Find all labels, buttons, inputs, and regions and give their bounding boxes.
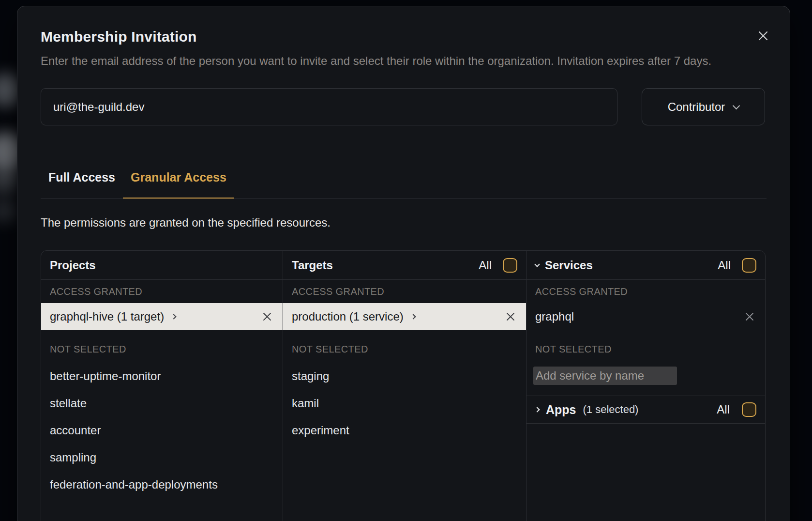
project-option[interactable]: sampling — [41, 444, 283, 471]
projects-header-label: Projects — [50, 259, 96, 272]
granted-project-name: graphql-hive (1 target) — [50, 310, 164, 323]
targets-all-checkbox[interactable] — [503, 258, 517, 273]
services-column-header: Services All — [526, 251, 765, 280]
targets-all-label: All — [479, 259, 492, 272]
projects-column: Projects ACCESS GRANTED graphql-hive (1 … — [41, 251, 283, 521]
access-tabs: Full Access Granular Access — [41, 170, 767, 199]
project-option[interactable]: better-uptime-monitor — [41, 363, 283, 390]
target-option[interactable]: experiment — [283, 417, 526, 444]
granted-service-name: graphql — [535, 310, 574, 323]
tab-full-access[interactable]: Full Access — [41, 170, 123, 199]
targets-header-label: Targets — [292, 259, 333, 272]
role-select-value: Contributor — [668, 100, 725, 114]
invite-form-row: Contributor — [41, 88, 767, 125]
add-service-input[interactable] — [533, 367, 677, 385]
granted-target-row[interactable]: production (1 service) — [283, 303, 526, 330]
tab-granular-access[interactable]: Granular Access — [123, 170, 234, 199]
access-granted-label: ACCESS GRANTED — [283, 280, 526, 303]
dialog-title: Membership Invitation — [41, 29, 767, 45]
apps-label: Apps — [546, 403, 576, 417]
remove-project-button[interactable] — [260, 310, 274, 323]
apps-all-label: All — [717, 403, 730, 416]
chevron-right-icon — [410, 314, 416, 319]
granted-target-name: production (1 service) — [292, 310, 404, 323]
remove-icon — [505, 311, 516, 322]
services-header-label: Services — [545, 259, 593, 272]
target-option[interactable]: staging — [283, 363, 526, 390]
granted-project-row[interactable]: graphql-hive (1 target) — [41, 303, 283, 330]
not-selected-label: NOT SELECTED — [41, 336, 283, 363]
access-granted-label: ACCESS GRANTED — [41, 280, 283, 303]
backdrop-artifact — [0, 167, 19, 194]
apps-selected-count: (1 selected) — [583, 403, 639, 416]
project-option[interactable]: federation-and-app-deployments — [41, 471, 283, 498]
apps-all-checkbox[interactable] — [742, 402, 756, 417]
backdrop-artifact — [0, 199, 18, 223]
chevron-down-icon — [733, 102, 740, 110]
chevron-down-icon[interactable] — [534, 261, 540, 267]
chevron-right-icon — [171, 314, 176, 319]
chevron-right-icon — [534, 407, 540, 412]
projects-column-header: Projects — [41, 251, 283, 280]
services-all-label: All — [718, 259, 731, 272]
project-option[interactable]: stellate — [41, 390, 283, 417]
remove-service-button[interactable] — [743, 310, 756, 323]
services-column: Services All ACCESS GRANTED graphql NOT … — [526, 251, 765, 521]
email-input[interactable] — [41, 88, 617, 125]
remove-target-button[interactable] — [504, 310, 517, 323]
permissions-note: The permissions are granted on the speci… — [41, 216, 767, 230]
resource-permission-table: Projects ACCESS GRANTED graphql-hive (1 … — [41, 250, 766, 521]
target-option[interactable]: kamil — [283, 390, 526, 417]
dialog-description: Enter the email address of the person yo… — [41, 52, 720, 70]
targets-column-header: Targets All — [283, 251, 526, 280]
close-button[interactable] — [755, 28, 771, 44]
remove-icon — [744, 311, 755, 322]
access-granted-label: ACCESS GRANTED — [526, 280, 765, 303]
project-option[interactable]: accounter — [41, 417, 283, 444]
services-all-checkbox[interactable] — [742, 258, 756, 273]
close-icon — [757, 30, 769, 42]
membership-invitation-dialog: Membership Invitation Enter the email ad… — [17, 6, 790, 521]
targets-column: Targets All ACCESS GRANTED production (1… — [283, 251, 526, 521]
not-selected-label: NOT SELECTED — [283, 336, 526, 363]
granted-service-row[interactable]: graphql — [526, 303, 765, 330]
not-selected-label: NOT SELECTED — [526, 336, 765, 363]
apps-section-row[interactable]: Apps (1 selected) All — [526, 396, 765, 424]
role-select-button[interactable]: Contributor — [642, 88, 765, 125]
remove-icon — [262, 311, 272, 322]
